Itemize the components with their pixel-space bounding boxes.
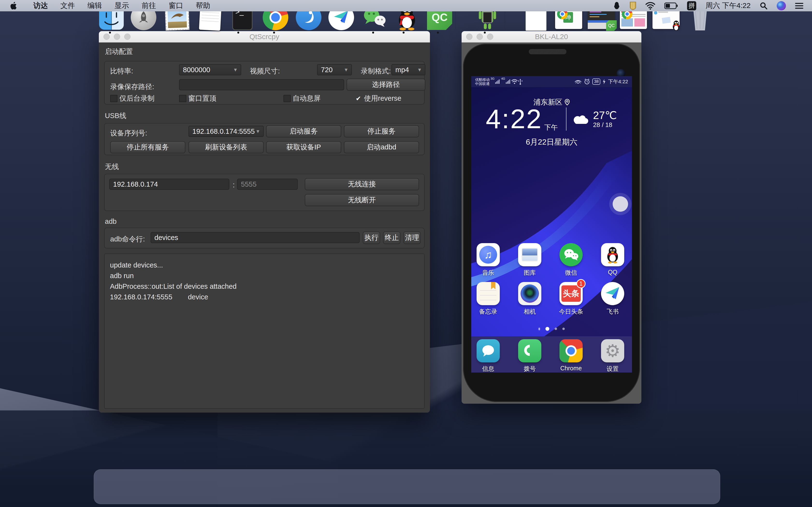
date-widget: 6月22日星期六	[471, 137, 632, 148]
phone-handset-icon	[522, 342, 538, 358]
use-reverse-checkbox[interactable]: ✔ 使用reverse	[355, 94, 401, 103]
chevron-down-icon: ▼	[233, 67, 238, 73]
phone-titlebar[interactable]: BKL-AL20	[462, 31, 642, 43]
seal-icon	[302, 10, 315, 25]
apple-menu[interactable]	[10, 1, 17, 10]
menu-go[interactable]: 前往	[135, 1, 162, 11]
macos-dock	[94, 469, 720, 504]
qtscrcpy-titlebar[interactable]: QtScrcpy	[99, 31, 430, 43]
phone-speaker	[529, 49, 566, 54]
wireless-connect-button[interactable]: 无线连接	[305, 178, 419, 190]
start-adbd-button[interactable]: 启动adbd	[344, 141, 419, 153]
wireless-section-label: 无线	[105, 162, 119, 172]
choose-path-button[interactable]: 选择路径	[347, 79, 425, 91]
carrier-2: 中国联通	[475, 81, 490, 86]
adb-group: adb命令行: devices 执行 终止 清理	[104, 228, 424, 248]
menu-finder[interactable]: 访达	[27, 1, 54, 11]
usb-group: 设备序列号: 192.168.0.174:5555▼ 启动服务 停止服务 停止所…	[104, 123, 424, 155]
notification-badge: 1	[576, 279, 586, 288]
window-on-top-checkbox[interactable]: 窗口置顶	[179, 94, 216, 103]
spotlight-search-icon[interactable]	[760, 2, 767, 10]
shield-status-icon[interactable]	[629, 1, 636, 10]
app-settings[interactable]: ⚙ 设置	[599, 339, 626, 373]
adb-terminate-button[interactable]: 终止	[383, 231, 400, 244]
menu-view[interactable]: 显示	[108, 1, 135, 11]
stop-service-button[interactable]: 停止服务	[344, 125, 419, 137]
notification-center-icon[interactable]	[795, 1, 803, 10]
adb-run-button[interactable]: 执行	[363, 231, 380, 244]
refresh-device-list-button[interactable]: 刷新设备列表	[189, 141, 264, 153]
page-dot	[555, 328, 557, 330]
wireless-disconnect-button[interactable]: 无线断开	[305, 194, 419, 206]
record-path-label: 录像保存路径:	[110, 82, 154, 92]
menu-window[interactable]: 窗口	[162, 1, 190, 11]
bookmark-icon	[491, 282, 495, 289]
chrome-icon	[559, 339, 582, 362]
high-low-temp: 28 / 18	[593, 121, 617, 129]
serial-label: 设备序列号:	[110, 128, 147, 138]
window-title: QtScrcpy	[99, 33, 430, 41]
adb-clear-button[interactable]: 清理	[403, 231, 421, 244]
get-device-ip-button[interactable]: 获取设备IP	[266, 141, 341, 153]
app-messages[interactable]: 信息	[475, 339, 501, 373]
app-wechat[interactable]: 微信	[558, 243, 585, 277]
app-feishu[interactable]: 飞书	[599, 282, 626, 316]
record-path-input[interactable]	[179, 79, 344, 90]
bitrate-combo[interactable]: 8000000▼	[179, 64, 241, 75]
carrier-1: 优酷移动	[475, 77, 490, 81]
assistive-ball[interactable]	[613, 196, 628, 212]
weather-widget[interactable]: 27℃ 28 / 18	[571, 110, 617, 129]
menu-bar-clock[interactable]: 周六 下午4:22	[705, 1, 751, 11]
background-record-checkbox[interactable]: 仅后台录制	[110, 94, 154, 103]
leftmost-screen-dot	[539, 328, 540, 330]
menu-edit[interactable]: 编辑	[81, 1, 108, 11]
alarm-icon	[584, 78, 590, 85]
input-method-icon[interactable]: 拼	[687, 1, 696, 10]
chevron-down-icon: ▼	[255, 129, 260, 134]
app-qq[interactable]: QQ	[599, 243, 626, 276]
phone-mirror-window: BKL-AL20	[462, 31, 642, 404]
wireless-port-input[interactable]: 5555	[237, 179, 298, 190]
wifi-icon[interactable]	[646, 2, 655, 10]
app-chrome[interactable]: Chrome	[558, 339, 585, 372]
auto-screen-off-checkbox[interactable]: 自动息屏	[284, 94, 321, 103]
charging-bolt-icon	[603, 79, 606, 84]
record-format-combo[interactable]: mp4▼	[392, 64, 425, 75]
widget-divider	[566, 107, 566, 131]
app-gallery[interactable]: 图库	[516, 243, 543, 277]
adb-section-label: adb	[105, 218, 116, 225]
log-line: AdbProcess::out:List of devices attached	[110, 281, 419, 292]
status-bar-time: 下午4:22	[608, 78, 628, 85]
qq-status-icon[interactable]	[613, 1, 620, 10]
stop-all-services-button[interactable]: 停止所有服务	[110, 141, 185, 153]
siri-icon[interactable]	[777, 1, 786, 10]
menu-file[interactable]: 文件	[54, 1, 81, 11]
start-service-button[interactable]: 启动服务	[266, 125, 341, 137]
app-notes[interactable]: 备忘录	[475, 282, 501, 316]
chevron-down-icon: ▼	[417, 67, 422, 73]
clock-widget[interactable]: 4:22 下午 27℃ 28 / 18	[486, 105, 617, 133]
app-dialer[interactable]: 拨号	[516, 339, 543, 373]
qtscrcpy-window: QtScrcpy 启动配置 比特率: 8000000▼ 视频尺寸: 720▼ 录…	[99, 31, 430, 412]
adb-cmd-input[interactable]: devices	[151, 232, 360, 243]
gear-icon: ⚙	[605, 341, 621, 361]
app-toutiao[interactable]: 头条 1 今日头条	[558, 282, 585, 316]
checkbox-icon	[284, 95, 291, 102]
net-4g-label: 4G	[501, 77, 505, 80]
running-indicator	[372, 32, 374, 34]
wireless-ip-input[interactable]: 192.168.0.174	[109, 179, 230, 190]
phone-screen[interactable]: 优酷移动 中国联通 3G 4G	[471, 76, 632, 373]
battery-icon[interactable]	[664, 2, 678, 9]
battery-percent: 38	[592, 78, 600, 85]
toutiao-logo: 头条	[561, 285, 581, 302]
running-indicator	[109, 32, 111, 34]
app-music[interactable]: ♫ 音乐	[475, 243, 501, 277]
serial-combo[interactable]: 192.168.0.174:5555▼	[189, 126, 264, 137]
adb-log-output[interactable]: update devices... adb run AdbProcess::ou…	[104, 253, 424, 409]
video-size-label: 视频尺寸:	[250, 66, 280, 76]
menu-help[interactable]: 帮助	[190, 1, 216, 11]
app-camera[interactable]: 相机	[516, 282, 543, 316]
menu-bar: 访达 文件 编辑 显示 前往 窗口 帮助	[0, 0, 812, 11]
video-size-combo[interactable]: 720▼	[317, 64, 352, 75]
usb-icon	[518, 78, 522, 85]
